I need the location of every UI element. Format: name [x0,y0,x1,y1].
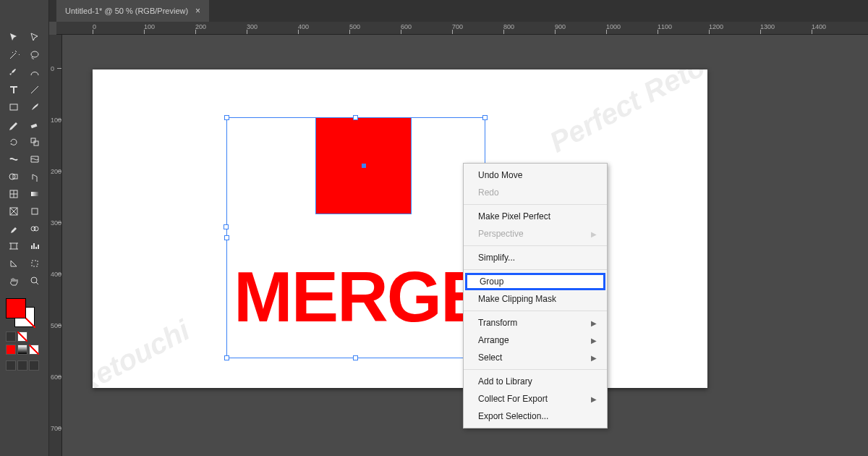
menu-item-undo-move[interactable]: Undo Move [464,166,607,184]
document-tab[interactable]: Untitled-1* @ 50 % (RGB/Preview) × [56,0,209,22]
menu-item-arrange[interactable]: Arrange▶ [464,332,607,349]
menu-item-transform[interactable]: Transform▶ [464,314,607,332]
menu-item-label: Simplify... [478,253,515,263]
tool-panel [0,0,49,456]
mesh-icon [8,188,20,200]
scale-tool[interactable] [25,133,46,151]
ruler-tick: 1000 [606,22,658,34]
eraser-tool[interactable] [25,116,46,133]
menu-item-label: Make Clipping Mask [478,294,556,304]
brush-tool[interactable] [25,98,46,116]
menu-separator [464,204,607,205]
tab-title: Untitled-1* @ 50 % (RGB/Preview) [65,7,188,15]
resize-handle[interactable] [482,115,488,120]
resize-handle[interactable] [224,355,229,360]
chevron-right-icon: ▶ [591,230,597,238]
artboard[interactable]: Perfect Retou Retouchi MERGE [93,69,707,388]
chevron-right-icon: ▶ [591,319,597,327]
ruler-tick: 1400 [812,22,863,34]
shape-tool[interactable] [3,168,25,185]
draw-behind-icon[interactable] [17,360,27,371]
symbol-tool[interactable] [25,168,46,185]
width-tool[interactable] [3,151,25,168]
mini-swap-icon[interactable] [17,332,27,342]
resize-handle[interactable] [224,224,229,229]
direct-tool[interactable] [25,29,46,46]
menu-item-add-to-library[interactable]: Add to Library [464,373,607,390]
pencil-tool[interactable] [3,116,25,133]
ruler-tick: 0 [93,22,144,34]
ruler-tick: 400 [49,274,61,325]
solid-fill-icon[interactable] [6,345,16,355]
rect-icon [8,101,20,113]
menu-item-group[interactable]: Group [465,273,605,290]
segment-tool[interactable] [25,81,46,98]
ruler-tick: 1100 [658,22,709,34]
fill-swatch[interactable] [6,298,26,318]
menu-separator [464,269,607,270]
context-menu: Undo MoveRedoMake Pixel PerfectPerspecti… [463,163,608,428]
svg-point-12 [34,227,38,231]
resize-handle[interactable] [224,115,229,120]
watermark-text: Retouchi [93,313,195,388]
curve-tool[interactable] [25,64,46,81]
brush-icon [29,101,41,113]
menu-item-label: Arrange [478,335,509,345]
pen-tool[interactable] [3,64,25,81]
zoom-tool[interactable] [25,272,46,290]
mini-default-icon[interactable] [6,332,16,342]
menu-item-export-selection[interactable]: Export Selection... [464,408,607,425]
menu-item-label: Transform [478,318,517,328]
none-fill-icon[interactable] [29,345,39,355]
slice-tool[interactable] [3,255,25,272]
segment-icon [29,84,41,96]
menu-item-select[interactable]: Select▶ [464,349,607,366]
ruler-tick: 0 [49,68,61,119]
resize-handle[interactable] [353,355,358,360]
menu-item-label: Collect For Export [478,394,548,404]
mini-swatch-toggle-row [6,332,43,342]
graph-tool[interactable] [25,237,46,255]
wand-tool[interactable] [3,46,25,64]
menu-item-make-pixel-perfect[interactable]: Make Pixel Perfect [464,208,607,225]
fill-mode-row [6,345,43,355]
gradient-fill-icon[interactable] [17,345,27,355]
mesh-tool[interactable] [3,185,25,203]
ruler-tick: 300 [49,222,61,274]
artboard-tool[interactable] [3,237,25,255]
resize-handle[interactable] [353,115,358,120]
rotate-tool[interactable] [3,133,25,151]
scale-icon [29,136,41,148]
gradient-tool[interactable] [25,185,46,203]
select-tool[interactable] [3,29,25,46]
color-swatches[interactable] [6,298,43,329]
eyedrop-tool[interactable] [3,220,25,237]
wand-icon [8,49,20,61]
perspsel-tool[interactable] [25,203,46,220]
ruler-tick: 600 [401,22,452,34]
menu-item-label: Select [478,352,502,363]
draw-normal-icon[interactable] [6,360,16,371]
rect-tool[interactable] [3,98,25,116]
svg-rect-1 [10,104,17,110]
draw-inside-icon[interactable] [29,360,39,371]
watermark-text: Perfect Retou [545,69,707,159]
sliceselect-tool[interactable] [25,255,46,272]
lasso-icon [29,49,41,61]
resize-handle[interactable] [224,235,229,240]
close-tab-icon[interactable]: × [195,6,200,16]
svg-rect-13 [11,243,17,249]
lasso-tool[interactable] [25,46,46,64]
menu-item-collect-for-export[interactable]: Collect For Export▶ [464,390,607,408]
warp-tool[interactable] [25,151,46,168]
ruler-tick: 900 [555,22,606,34]
type-tool[interactable] [3,81,25,98]
hand-icon [8,275,20,287]
menu-item-make-clipping-mask[interactable]: Make Clipping Mask [464,290,607,308]
draw-mode-row [6,360,43,371]
blend-tool[interactable] [25,220,46,237]
perspgrid-tool[interactable] [3,203,25,220]
menu-item-simplify[interactable]: Simplify... [464,249,607,266]
slice-icon [8,258,20,269]
hand-tool[interactable] [3,272,25,290]
